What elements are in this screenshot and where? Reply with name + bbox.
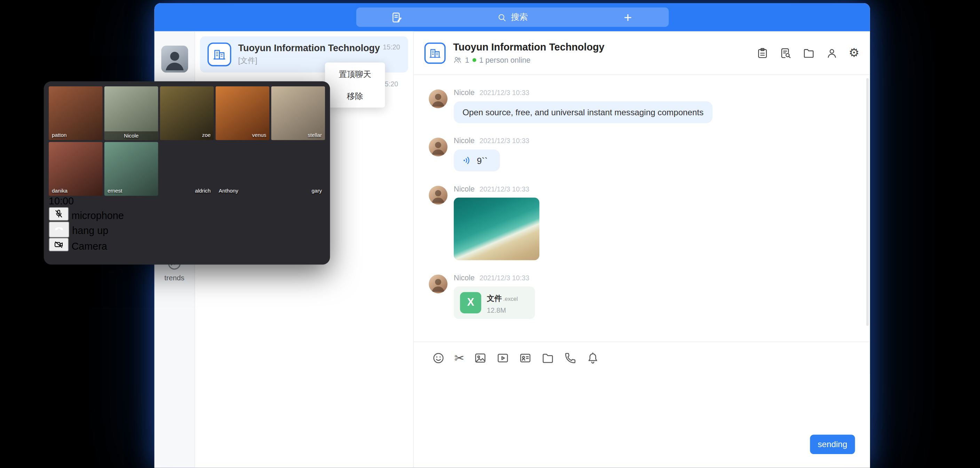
person-icon xyxy=(826,47,838,59)
custom-document-icon xyxy=(0,215,16,231)
call-control-camera: Camera xyxy=(49,238,325,252)
text-message-bubble[interactable]: Open source, free, and universal instant… xyxy=(454,101,713,123)
call-participant-tile[interactable]: stellar xyxy=(271,86,325,140)
search-button[interactable]: 搜索 xyxy=(437,11,587,22)
notes-button[interactable] xyxy=(356,8,437,27)
image-button[interactable] xyxy=(474,351,487,364)
settings-button[interactable]: ⚙ xyxy=(849,47,859,59)
microphone-button[interactable] xyxy=(49,207,68,221)
video-icon xyxy=(496,351,509,364)
avatar[interactable] xyxy=(429,137,447,157)
send-button[interactable]: sending xyxy=(810,434,855,454)
voice-message-bubble[interactable]: 9`` xyxy=(454,149,500,171)
message-time: 2021/12/3 10:33 xyxy=(480,137,529,144)
call-participant-tile[interactable]: gary xyxy=(271,142,325,196)
camera-button[interactable] xyxy=(49,238,68,252)
message-body: Nicole 2021/12/3 10:33 X 文件.excel 12.8M xyxy=(454,273,535,319)
notice-bell-icon xyxy=(0,188,16,204)
participant-name: zoe xyxy=(202,132,211,138)
message-meta: Nicole 2021/12/3 10:33 xyxy=(454,185,539,193)
call-control-microphone: microphone xyxy=(49,207,325,222)
menu-item-remove[interactable]: 移除 xyxy=(325,85,385,107)
group-files-button[interactable] xyxy=(802,47,815,59)
hangup-button[interactable] xyxy=(49,222,69,238)
person-silhouette-icon xyxy=(429,137,447,157)
mic-off-icon xyxy=(54,209,64,219)
file-button[interactable] xyxy=(541,351,554,364)
participant-name: danika xyxy=(52,188,67,194)
call-participant-tile[interactable]: danika xyxy=(49,142,102,196)
chat-history-search-button[interactable] xyxy=(779,47,792,59)
composer-item-label: expression xyxy=(0,43,48,53)
message: Nicole 2021/12/3 10:33 xyxy=(429,185,870,260)
voice-icon xyxy=(0,108,16,123)
video-button[interactable] xyxy=(496,351,509,364)
menu-item-pin-chat[interactable]: 置顶聊天 xyxy=(325,63,385,85)
call-participant-tile[interactable]: Anthony xyxy=(216,142,269,196)
call-participant-tile[interactable]: zoe xyxy=(160,86,214,140)
sender-name: Nicole xyxy=(454,88,475,97)
chat-header-texts: Tuoyun Information Technology 1 1 person… xyxy=(453,42,605,64)
participant-name: Anthony xyxy=(219,188,239,194)
group-members-button[interactable] xyxy=(826,47,838,59)
control-label: hang up xyxy=(72,225,108,236)
group-notice-button[interactable] xyxy=(756,47,769,59)
image-message-beach[interactable] xyxy=(454,198,539,260)
topbar: 搜索 + xyxy=(154,3,870,31)
online-dot-icon xyxy=(472,58,476,62)
scrollbar[interactable] xyxy=(866,78,869,326)
notification-button[interactable] xyxy=(586,351,599,364)
participant-name: ernest xyxy=(108,188,122,194)
call-participant-tile[interactable]: aldrich xyxy=(160,142,214,196)
chat-panel: Tuoyun Information Technology 1 1 person… xyxy=(414,31,870,468)
call-control-hangup: hang up xyxy=(49,222,325,238)
person-silhouette-icon xyxy=(161,46,188,72)
avatar[interactable] xyxy=(429,89,447,108)
call-button[interactable] xyxy=(564,351,577,364)
chat-meta: 1 1 person online xyxy=(453,55,605,64)
document-search-icon xyxy=(779,47,792,59)
participant-grid: patton Nicole zoe venus stellar danika e… xyxy=(49,86,325,196)
file-message-card[interactable]: X 文件.excel 12.8M xyxy=(454,287,535,319)
composer-item-label: video xyxy=(0,150,24,161)
message-time: 2021/12/3 10:33 xyxy=(480,185,529,193)
picture-icon xyxy=(0,54,16,69)
trends-label: trends xyxy=(154,274,194,282)
chat-header: Tuoyun Information Technology 1 1 person… xyxy=(414,31,870,75)
contact-card-button[interactable] xyxy=(519,351,532,364)
call-participant-tile[interactable]: venus xyxy=(216,86,269,140)
video-icon xyxy=(0,134,16,150)
message-list[interactable]: Nicole 2021/12/3 10:33 Open source, free… xyxy=(414,75,870,342)
voice-wave-icon xyxy=(462,155,473,166)
user-avatar[interactable] xyxy=(161,46,188,72)
conversation-title: Tuoyun Information Technology xyxy=(238,43,380,53)
call-participant-tile[interactable]: patton xyxy=(49,86,102,140)
bell-icon xyxy=(586,351,599,364)
call-participant-tile[interactable]: ernest xyxy=(104,142,158,196)
building-icon xyxy=(429,47,441,59)
message-body: Nicole 2021/12/3 10:33 Open source, free… xyxy=(454,88,713,123)
call-participant-tile[interactable]: Nicole xyxy=(104,86,158,140)
picture-icon xyxy=(474,351,487,364)
settings-gear-icon: ⚙ xyxy=(849,47,859,59)
avatar[interactable] xyxy=(429,185,447,204)
members-icon xyxy=(453,55,462,64)
file-name: 文件 xyxy=(487,294,502,302)
text-icon xyxy=(0,0,16,16)
avatar[interactable] xyxy=(429,275,447,294)
message-body: Nicole 2021/12/3 10:33 xyxy=(454,185,539,260)
folder-icon xyxy=(802,47,815,59)
plus-icon: + xyxy=(624,10,632,24)
search-label: 搜索 xyxy=(511,11,528,22)
add-button[interactable]: + xyxy=(587,8,668,27)
message-meta: Nicole 2021/12/3 10:33 xyxy=(454,88,713,97)
expression-icon xyxy=(0,27,16,43)
emoji-button[interactable] xyxy=(432,351,445,364)
excel-file-icon: X xyxy=(460,292,481,313)
online-status: 1 person online xyxy=(479,55,530,64)
control-label: microphone xyxy=(72,210,124,221)
message-time: 2021/12/3 10:33 xyxy=(480,89,529,96)
composer-item-label: file xyxy=(0,177,13,188)
message-input[interactable] xyxy=(414,374,870,468)
screenshot-button[interactable]: ✂ xyxy=(455,352,465,364)
